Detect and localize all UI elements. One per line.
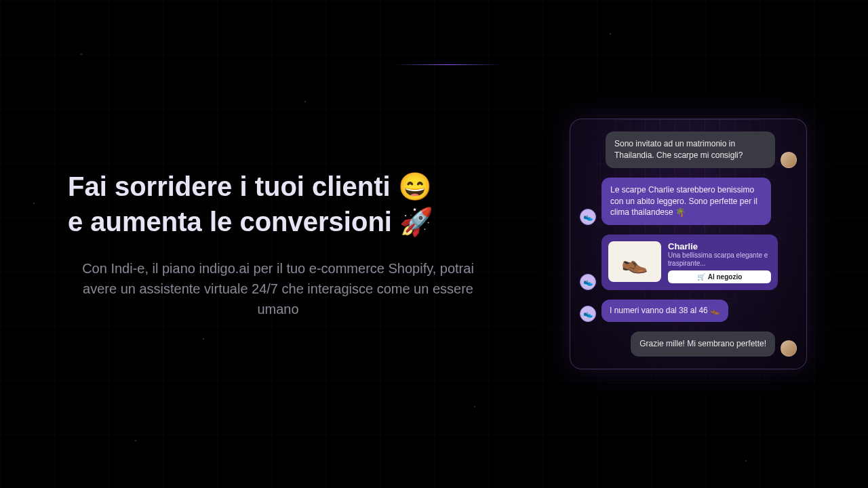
- product-image: 👞: [608, 241, 661, 282]
- product-card: 👞 Charlie Una bellissima scarpa elegante…: [601, 235, 778, 290]
- headline-line-1: Fai sorridere i tuoi clienti 😄: [68, 171, 432, 201]
- shop-button[interactable]: 🛒 Al negozio: [668, 270, 771, 283]
- hero-text-column: Fai sorridere i tuoi clienti 😄 e aumenta…: [68, 169, 542, 319]
- chat-message-user: Grazie mille! Mi sembrano perfette!: [580, 331, 797, 357]
- bot-avatar-icon: 👟: [580, 274, 596, 290]
- user-avatar-icon: [781, 340, 797, 357]
- chat-message-bot: 👟 I numeri vanno dal 38 al 46 👞: [580, 300, 797, 322]
- hero-subtext: Con Indi-e, il piano indigo.ai per il tu…: [68, 258, 488, 319]
- headline-line-2: e aumenta le conversioni 🚀: [68, 207, 433, 237]
- chat-bubble: I numeri vanno dal 38 al 46 👞: [601, 300, 728, 322]
- user-avatar-icon: [781, 152, 797, 168]
- chat-bubble: Grazie mille! Mi sembrano perfette!: [631, 331, 775, 357]
- product-title: Charlie: [668, 241, 771, 251]
- hero-headline: Fai sorridere i tuoi clienti 😄 e aumenta…: [68, 169, 542, 239]
- cart-icon: 🛒: [697, 273, 705, 281]
- chat-message-user: Sono invitato ad un matrimonio in Thaila…: [580, 131, 797, 168]
- chat-bubble: Le scarpe Charlie starebbero benissimo c…: [601, 178, 771, 225]
- shop-button-label: Al negozio: [708, 273, 743, 281]
- product-description: Una bellissima scarpa elegante e traspir…: [668, 251, 771, 268]
- chat-bubble: Sono invitato ad un matrimonio in Thaila…: [606, 131, 775, 168]
- bot-avatar-icon: 👟: [580, 209, 596, 225]
- chat-message-product: 👟 👞 Charlie Una bellissima scarpa elegan…: [580, 235, 797, 290]
- chat-message-bot: 👟 Le scarpe Charlie starebbero benissimo…: [580, 178, 797, 225]
- chat-preview-panel: Sono invitato ad un matrimonio in Thaila…: [570, 119, 807, 369]
- bot-avatar-icon: 👟: [580, 306, 596, 322]
